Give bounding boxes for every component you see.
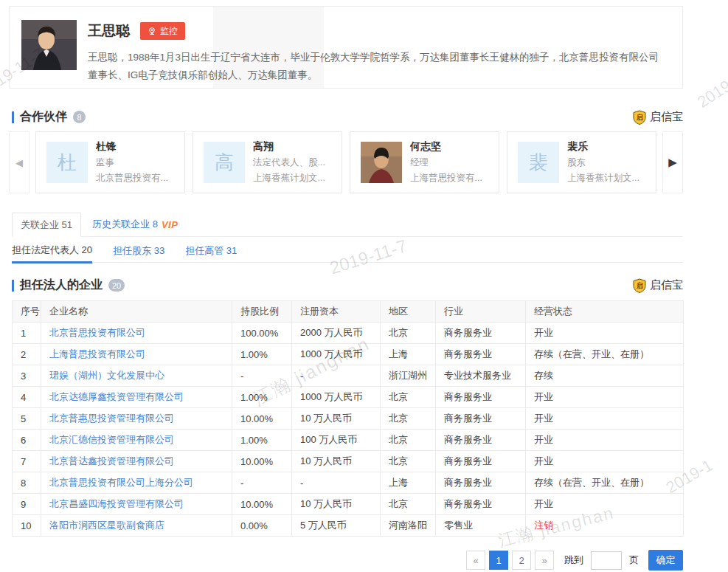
tab-history-related-companies[interactable]: 历史关联企业 8 VIP: [84, 213, 186, 236]
brand-logo: 启 启信宝: [633, 278, 683, 293]
table-row: 6 北京汇德信投资管理有限公司 1.00% 100 万人民币 北京 商务服务业 …: [13, 430, 684, 451]
chevron-right-icon: ▶: [668, 156, 677, 169]
company-link[interactable]: 北京普思投资有限公司: [49, 327, 145, 338]
page-unit-label: 页: [629, 554, 639, 567]
partner-card[interactable]: 何志坚 经理 上海普思投资有...: [350, 131, 499, 193]
brand-logo: 启 启信宝: [633, 110, 683, 125]
tab-related-companies[interactable]: 关联企业 51: [12, 213, 81, 237]
monitor-button[interactable]: 监控: [140, 22, 185, 40]
pagination: « 1 2 » 跳到 页 确定: [466, 550, 683, 571]
status-cell: 开业: [526, 451, 684, 472]
partner-name: 裴乐: [567, 140, 639, 154]
status-cell: 开业: [526, 387, 684, 408]
company-link[interactable]: 北京普达鑫投资管理有限公司: [49, 455, 174, 466]
companies-table: 序号 企业名称 持股比例 注册资本 地区 行业 经营状态 1 北京普思投资有限公…: [12, 300, 684, 537]
company-link[interactable]: 北京普惠思投资管理有限公司: [49, 413, 174, 424]
status-cell: 开业: [526, 323, 684, 344]
table-row: 1 北京普思投资有限公司 100.00% 2000 万人民币 北京 商务服务业 …: [13, 323, 684, 344]
partner-name: 杜锋: [96, 140, 168, 154]
profile-description: 王思聪，1988年1月3日出生于辽宁省大连市，毕业于伦敦大学学院哲学系，万达集团…: [88, 49, 665, 84]
legal-count-badge: 20: [108, 279, 125, 292]
table-row: 4 北京达德厚鑫投资管理有限公司 1.00% 1000 万人民币 北京 商务服务…: [13, 387, 684, 408]
carousel-prev-button[interactable]: ◀: [9, 131, 30, 193]
confirm-button[interactable]: 确定: [648, 550, 683, 571]
partners-carousel: ◀ 杜 杜锋 监事 北京普思投资有... 高 高翔 法定代表人、股... 上海香…: [9, 131, 683, 193]
vip-badge: VIP: [162, 219, 178, 230]
page: 2019-11-7 2019-1 2019-11-7 江瀚 jianghan 2…: [0, 0, 728, 572]
partner-company: 上海香蕉计划文...: [567, 172, 639, 185]
profile-card: 王思聪 监控 王思聪，1988年1月3日出生于辽宁省大连市，毕业于伦敦大学学院哲…: [9, 6, 683, 89]
col-index: 序号: [13, 301, 41, 323]
col-status: 经营状态: [526, 301, 684, 323]
table-row: 10 洛阳市涧西区星歌副食商店 0.00% 5 万人民币 河南洛阳 零售业 注销: [13, 515, 684, 537]
subtab-shareholder[interactable]: 担任股东 33: [113, 239, 164, 262]
partner-name: 高翔: [253, 140, 325, 154]
avatar: 杜: [46, 142, 88, 183]
company-link[interactable]: 北京达德厚鑫投资管理有限公司: [49, 391, 184, 402]
watermark-date: 2019-1: [694, 69, 728, 112]
partner-company: 北京普思投资有...: [96, 172, 168, 185]
section-accent-bar: [12, 280, 14, 292]
legal-section-header: 担任法人的企业 20 启 启信宝: [12, 278, 683, 293]
table-header-row: 序号 企业名称 持股比例 注册资本 地区 行业 经营状态: [13, 301, 684, 323]
jump-to-label: 跳到: [564, 554, 583, 567]
partners-section-header: 合作伙伴 8 启 启信宝: [12, 109, 683, 125]
section-accent-bar: [12, 111, 14, 123]
partner-role: 法定代表人、股...: [253, 156, 325, 169]
avatar: 高: [204, 142, 245, 183]
carousel-next-button[interactable]: ▶: [662, 131, 683, 193]
pagination-page-1[interactable]: 1: [489, 551, 508, 570]
partner-card[interactable]: 裴 裴乐 股东 上海香蕉计划文...: [507, 131, 656, 193]
status-cell: 开业: [526, 494, 684, 515]
status-cell: 存续（在营、开业、在册）: [526, 344, 684, 365]
shield-icon: 启: [633, 278, 646, 293]
profile-main: 王思聪 监控 王思聪，1988年1月3日出生于辽宁省大连市，毕业于伦敦大学学院哲…: [88, 21, 665, 84]
partner-card[interactable]: 高 高翔 法定代表人、股... 上海香蕉计划文...: [193, 131, 342, 193]
status-cell: 开业: [526, 408, 684, 430]
table-row: 5 北京普惠思投资管理有限公司 10.00% 10 万人民币 北京 商务服务业 …: [13, 408, 684, 430]
monitor-label: 监控: [160, 25, 178, 38]
status-cell: 注销: [526, 515, 684, 537]
company-link[interactable]: 北京普思投资有限公司上海分公司: [49, 477, 193, 488]
partners-count-badge: 8: [73, 111, 86, 123]
status-cell: 存续（在营、开业、在册）: [526, 472, 684, 494]
shield-icon: 启: [633, 110, 646, 125]
partner-cards: 杜 杜锋 监事 北京普思投资有... 高 高翔 法定代表人、股... 上海香蕉计…: [35, 131, 656, 193]
table-row: 8 北京普思投资有限公司上海分公司 - - 上海 商务服务业 存续（在营、开业、…: [13, 472, 684, 494]
table-row: 7 北京普达鑫投资管理有限公司 10.00% 10 万人民币 北京 商务服务业 …: [13, 451, 684, 472]
table-row: 2 上海普思投资有限公司 1.00% 1000 万人民币 上海 商务服务业 存续…: [13, 344, 684, 365]
company-link[interactable]: 珺娱（湖州）文化发展中心: [49, 370, 164, 381]
svg-text:启: 启: [636, 282, 643, 289]
partner-company: 上海香蕉计划文...: [253, 172, 325, 185]
avatar-photo: [361, 142, 402, 183]
partner-role: 股东: [567, 156, 639, 169]
jump-page-input[interactable]: [591, 551, 622, 570]
pagination-page-2[interactable]: 2: [512, 551, 531, 570]
subtab-legal-representative[interactable]: 担任法定代表人 20: [12, 239, 92, 263]
avatar: 裴: [518, 142, 559, 183]
brand-name: 启信宝: [650, 278, 683, 292]
col-company-name: 企业名称: [41, 301, 232, 323]
company-link[interactable]: 洛阳市涧西区星歌副食商店: [49, 520, 164, 531]
brand-name: 启信宝: [650, 110, 683, 124]
svg-text:启: 启: [636, 114, 643, 121]
main-tabs: 关联企业 51 历史关联企业 8 VIP: [12, 213, 683, 237]
partner-card[interactable]: 杜 杜锋 监事 北京普思投资有...: [35, 131, 185, 193]
status-cell: 开业: [526, 430, 684, 451]
profile-photo: [21, 20, 77, 70]
company-link[interactable]: 上海普思投资有限公司: [49, 348, 145, 359]
partner-role: 监事: [96, 156, 168, 169]
subtab-executive[interactable]: 担任高管 31: [185, 239, 237, 262]
col-registered-capital: 注册资本: [292, 301, 381, 323]
company-link[interactable]: 北京昌盛四海投资管理有限公司: [49, 498, 184, 509]
pagination-prev-button[interactable]: «: [466, 551, 485, 570]
camera-icon: [148, 27, 156, 35]
partners-title: 合作伙伴: [20, 109, 67, 125]
chevron-left-icon: ◀: [15, 157, 23, 168]
col-region: 地区: [381, 301, 436, 323]
pagination-next-button[interactable]: »: [535, 551, 554, 570]
partner-name: 何志坚: [410, 140, 482, 154]
partner-company: 上海普思投资有...: [410, 172, 482, 185]
company-link[interactable]: 北京汇德信投资管理有限公司: [49, 434, 174, 445]
legal-section-title: 担任法人的企业: [20, 278, 103, 293]
